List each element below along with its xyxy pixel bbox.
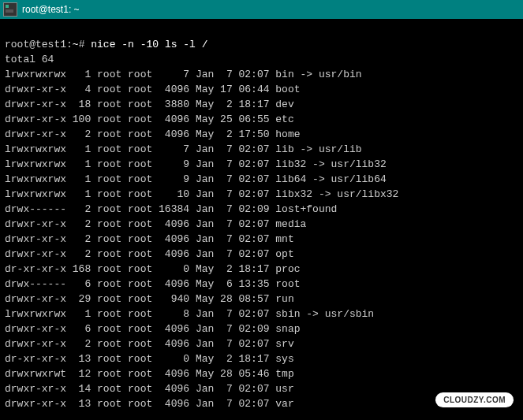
list-row: lrwxrwxrwx 1 root root 8 Jan 7 02:07 sbi… (5, 308, 374, 320)
list-row: drwxr-xr-x 13 root root 4096 Jan 7 02:07… (5, 398, 294, 410)
list-row: drwxr-xr-x 2 root root 4096 Jan 7 02:07 … (5, 233, 294, 245)
list-row: drwxr-xr-x 14 root root 4096 Jan 7 02:07… (5, 383, 294, 395)
list-row: drwx------ 2 root root 16384 Jan 7 02:09… (5, 203, 337, 215)
list-row: drwxr-xr-x 100 root root 4096 May 25 06:… (5, 113, 294, 125)
list-row: drwxrwxrwt 12 root root 4096 May 28 05:4… (5, 368, 294, 380)
list-row: lrwxrwxrwx 1 root root 9 Jan 7 02:07 lib… (5, 158, 387, 170)
list-row: lrwxrwxrwx 1 root root 7 Jan 7 02:07 bin… (5, 69, 362, 80)
list-row: drwxr-xr-x 2 root root 4096 Jan 7 02:07 … (5, 248, 294, 260)
list-row: drwxr-xr-x 2 root root 4096 Jan 7 02:07 … (5, 338, 294, 350)
list-row: drwxr-xr-x 2 root root 4096 May 2 17:50 … (5, 128, 301, 140)
total-line: total 64 (5, 54, 54, 65)
prompt-line: root@test1:~# nice -n -10 ls -l / (5, 39, 208, 50)
list-row: drwxr-xr-x 6 root root 4096 Jan 7 02:09 … (5, 323, 301, 335)
list-row: lrwxrwxrwx 1 root root 10 Jan 7 02:07 li… (5, 188, 398, 200)
list-row: drwx------ 6 root root 4096 May 6 13:35 … (5, 278, 301, 290)
list-row: drwxr-xr-x 18 root root 3880 May 2 18:17… (5, 98, 294, 110)
list-row: lrwxrwxrwx 1 root root 9 Jan 7 02:07 lib… (5, 173, 387, 185)
terminal-output[interactable]: root@test1:~# nice -n -10 ls -l / total … (0, 19, 523, 414)
list-row: drwxr-xr-x 29 root root 940 May 28 08:57… (5, 293, 294, 305)
list-row: drwxr-xr-x 2 root root 4096 Jan 7 02:07 … (5, 218, 306, 230)
file-listing: lrwxrwxrwx 1 root root 7 Jan 7 02:07 bin… (5, 67, 518, 411)
window-titlebar[interactable]: root@test1: ~ (0, 0, 523, 19)
list-row: drwxr-xr-x 4 root root 4096 May 17 06:44… (5, 84, 301, 95)
list-row: dr-xr-xr-x 13 root root 0 May 2 18:17 sy… (5, 353, 294, 365)
putty-icon (3, 2, 17, 17)
window-title: root@test1: ~ (22, 4, 80, 15)
list-row: dr-xr-xr-x 168 root root 0 May 2 18:17 p… (5, 263, 301, 275)
cloudzy-badge: CLOUDZY.COM (435, 392, 514, 407)
list-row: lrwxrwxrwx 1 root root 7 Jan 7 02:07 lib… (5, 143, 362, 155)
